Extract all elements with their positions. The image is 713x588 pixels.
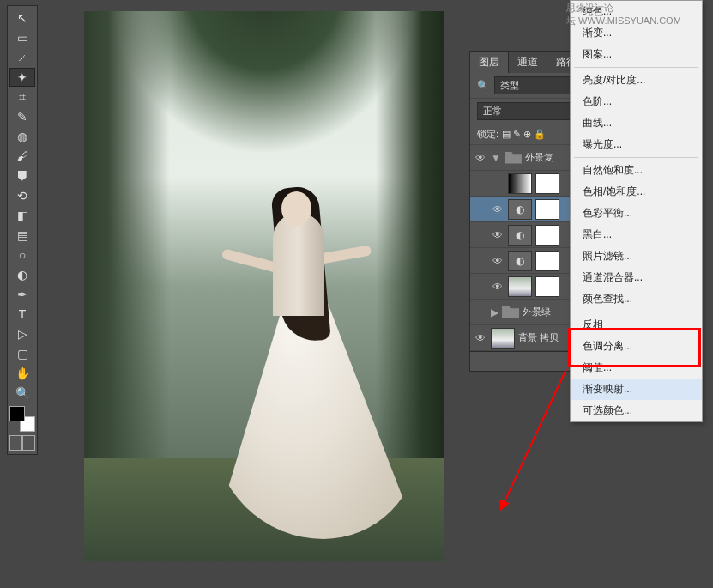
mask-thumb[interactable] (535, 225, 559, 246)
tool-wand[interactable]: ✦ (9, 68, 35, 87)
visibility-icon[interactable]: 👁 (474, 331, 487, 345)
layer-name: 外景绿 (523, 306, 551, 318)
tool-hand[interactable]: ✋ (9, 364, 35, 383)
tool-eraser[interactable]: ◧ (9, 206, 35, 225)
menu-item[interactable]: 曝光度... (571, 134, 702, 155)
tool-heal[interactable]: ◍ (9, 127, 35, 146)
adjustment-icon: ◐ (508, 251, 532, 271)
tool-pen[interactable]: ✒ (9, 285, 35, 304)
tool-crop[interactable]: ⌗ (9, 88, 35, 106)
menu-item[interactable]: 阈值... (571, 357, 702, 379)
arrow-annotation (500, 369, 567, 510)
adjustment-menu: 纯色...渐变...图案...亮度/对比度...色阶...曲线...曝光度...… (570, 0, 703, 422)
visibility-icon[interactable]: 👁 (474, 151, 487, 165)
menu-item[interactable]: 色彩平衡... (571, 203, 702, 224)
tool-marquee[interactable]: ▭ (9, 28, 35, 47)
tool-zoom[interactable]: 🔍 (9, 384, 35, 403)
tool-blur[interactable]: ○ (9, 246, 35, 264)
document-canvas[interactable] (84, 11, 444, 561)
menu-item[interactable]: 反相 (571, 314, 702, 336)
tool-type[interactable]: T (9, 305, 35, 324)
mask-thumb[interactable] (535, 199, 559, 220)
adjustment-icon: ◐ (508, 225, 532, 246)
menu-item[interactable]: 色阶... (571, 91, 702, 112)
menu-item[interactable]: 颜色查找... (571, 288, 702, 310)
layer-thumb (508, 276, 532, 297)
menu-item[interactable]: 自然饱和度... (571, 160, 702, 181)
tool-path[interactable]: ▷ (9, 324, 35, 343)
folder-icon (502, 306, 519, 318)
tool-stamp[interactable]: ⛊ (9, 167, 35, 185)
menu-item[interactable]: 照片滤镜... (571, 246, 702, 267)
layer-name: 背景 拷贝 (518, 331, 559, 344)
layer-thumb (491, 328, 515, 349)
menu-separator (574, 157, 698, 158)
menu-item[interactable]: 曲线... (571, 112, 702, 134)
mask-thumb[interactable] (535, 251, 559, 271)
tool-eyedrop[interactable]: ✎ (9, 107, 35, 126)
adjustment-icon: ◐ (508, 199, 532, 220)
visibility-icon[interactable] (474, 306, 487, 319)
folder-icon (505, 152, 522, 164)
menu-item[interactable]: 黑白... (571, 224, 702, 246)
tools-toolbar: ↖▭⟋✦⌗✎◍🖌⛊⟲◧▤○◐✒T▷▢✋🔍 (7, 5, 38, 455)
menu-separator (574, 312, 698, 312)
menu-item[interactable]: 亮度/对比度... (571, 70, 702, 91)
chevron-icon[interactable]: ▼ (491, 152, 501, 164)
mask-thumb[interactable] (535, 173, 559, 194)
menu-item[interactable]: 可选颜色... (571, 400, 702, 421)
menu-item[interactable]: 色调分离... (571, 336, 702, 357)
visibility-icon[interactable]: 👁 (491, 280, 505, 294)
layer-name: 外景复 (525, 151, 553, 164)
tool-gradient[interactable]: ▤ (9, 226, 35, 245)
visibility-icon[interactable] (491, 177, 505, 191)
mask-thumb[interactable] (535, 276, 559, 297)
layer-thumb (508, 173, 532, 194)
menu-item[interactable]: 色相/饱和度... (571, 181, 702, 203)
visibility-icon[interactable]: 👁 (491, 228, 505, 242)
menu-separator (574, 67, 698, 68)
tab-1[interactable]: 通道 (509, 52, 547, 73)
tool-move[interactable]: ↖ (9, 9, 35, 27)
tab-0[interactable]: 图层 (470, 52, 509, 73)
screen-mode-icon[interactable] (22, 435, 35, 451)
foreground-swatch[interactable] (9, 406, 25, 421)
menu-item[interactable]: 渐变映射... (571, 379, 702, 400)
tool-dodge[interactable]: ◐ (9, 265, 35, 284)
tool-brush[interactable]: 🖌 (9, 147, 35, 166)
figure-decor (247, 213, 410, 539)
visibility-icon[interactable]: 👁 (491, 254, 505, 268)
tool-lasso[interactable]: ⟋ (9, 48, 35, 67)
menu-item[interactable]: 通道混合器... (571, 267, 702, 288)
menu-item[interactable]: 图案... (571, 44, 702, 65)
chevron-icon[interactable]: ▶ (491, 306, 498, 318)
tool-history[interactable]: ⟲ (9, 186, 35, 205)
visibility-icon[interactable]: 👁 (491, 203, 505, 216)
watermark-url: WWW.MISSYUAN.COM (578, 15, 681, 26)
quick-mask-icon[interactable] (9, 435, 22, 451)
tool-shape[interactable]: ▢ (9, 344, 35, 363)
